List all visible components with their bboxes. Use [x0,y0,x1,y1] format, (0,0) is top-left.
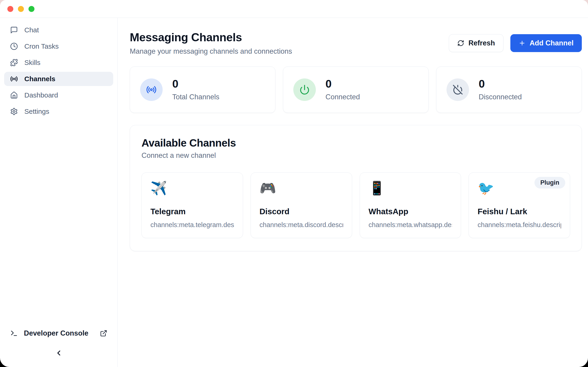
channel-name: Feishu / Lark [477,207,561,216]
channel-card-discord[interactable]: 🎮 Discord channels:meta.discord.descript… [251,173,352,238]
power-icon [299,84,310,95]
stat-card-total-channels: 0 Total Channels [130,67,275,113]
channel-description: channels:meta.whatsapp.description [369,221,452,229]
page-subtitle: Manage your messaging channels and conne… [130,47,292,56]
stat-card-connected: 0 Connected [283,67,429,113]
page-header: Messaging Channels Manage your messaging… [130,31,582,56]
channel-card-whatsapp[interactable]: 📱 WhatsApp channels:meta.whatsapp.descri… [360,173,461,238]
chevron-left-icon [55,349,63,357]
channels-grid: ✈️ Telegram channels:meta.telegram.descr… [141,173,570,238]
developer-console-button[interactable]: Developer Console [4,326,113,341]
refresh-button[interactable]: Refresh [449,34,503,52]
traffic-light-minimize-button[interactable] [18,6,24,12]
sidebar-item-chat[interactable]: Chat [4,23,113,37]
refresh-button-label: Refresh [468,39,495,47]
available-channels-title: Available Channels [141,137,570,149]
sidebar-item-skills[interactable]: Skills [4,56,113,70]
app-window: Chat Cron Tasks Skills Channels [0,0,588,367]
stat-icon-circle [447,78,469,101]
channel-card-telegram[interactable]: ✈️ Telegram channels:meta.telegram.descr… [141,173,243,238]
channel-description: channels:meta.feishu.description [477,221,561,229]
plus-icon [519,40,526,47]
power-off-icon [452,84,463,95]
clock-icon [10,42,18,50]
developer-console-label: Developer Console [24,329,88,337]
stat-label: Disconnected [479,93,522,101]
page-title: Messaging Channels [130,31,292,44]
stats-row: 0 Total Channels 0 Connected [130,67,582,113]
titlebar [0,0,588,18]
terminal-icon [10,329,18,337]
sidebar-item-label: Skills [24,59,40,67]
channel-name: Discord [259,207,343,216]
sidebar-footer: Developer Console [4,326,113,359]
available-channels-panel: Available Channels Connect a new channel… [130,125,582,251]
mobile-phone-emoji-icon: 📱 [369,181,452,196]
sidebar-item-channels[interactable]: Channels [4,72,113,86]
sidebar-item-cron-tasks[interactable]: Cron Tasks [4,39,113,53]
sidebar-item-label: Chat [24,26,39,34]
add-channel-button-label: Add Channel [530,39,573,47]
chat-icon [10,26,18,34]
radio-icon [10,75,18,83]
channel-description: channels:meta.telegram.description [150,221,234,229]
stat-card-disconnected: 0 Disconnected [436,67,582,113]
sidebar-item-dashboard[interactable]: Dashboard [4,88,113,102]
main-content: Messaging Channels Manage your messaging… [118,18,588,367]
sidebar-item-label: Settings [24,108,49,115]
sidebar-collapse-button[interactable] [52,348,66,359]
game-controller-emoji-icon: 🎮 [259,181,343,196]
available-channels-subtitle: Connect a new channel [141,151,570,160]
external-link-icon[interactable] [100,330,107,337]
sidebar-item-label: Dashboard [24,91,58,99]
airplane-emoji-icon: ✈️ [150,181,234,196]
traffic-light-close-button[interactable] [7,6,13,12]
home-icon [10,91,18,99]
gear-icon [10,108,18,115]
stat-icon-circle [140,78,163,101]
stat-value: 0 [172,78,219,90]
add-channel-button[interactable]: Add Channel [510,34,582,52]
refresh-icon [457,40,464,47]
channel-name: WhatsApp [369,207,452,216]
channel-card-feishu[interactable]: Plugin 🐦 Feishu / Lark channels:meta.fei… [468,173,570,238]
stat-value: 0 [326,78,360,90]
plugin-badge: Plugin [535,177,565,189]
sidebar-item-label: Channels [24,75,55,83]
channel-description: channels:meta.discord.description [259,221,343,229]
radio-icon [146,84,157,95]
stat-icon-circle [293,78,316,101]
sidebar-item-label: Cron Tasks [24,42,59,50]
stat-label: Total Channels [172,93,219,101]
channel-name: Telegram [150,207,234,216]
stat-value: 0 [479,78,522,90]
sidebar-item-settings[interactable]: Settings [4,104,113,119]
sidebar: Chat Cron Tasks Skills Channels [0,18,118,367]
puzzle-icon [10,59,18,67]
stat-label: Connected [326,93,360,101]
traffic-light-zoom-button[interactable] [28,6,35,12]
